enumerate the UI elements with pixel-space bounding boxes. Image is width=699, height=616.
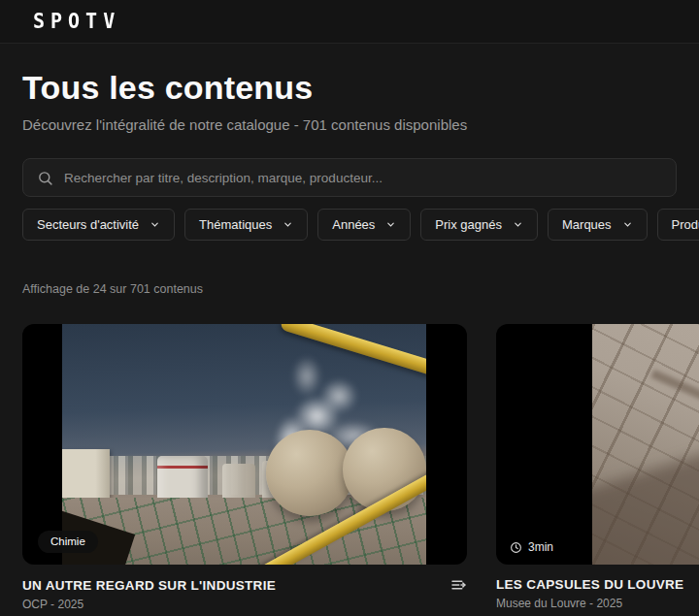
card-meta: OCP - 2025 [22, 598, 467, 612]
search-icon [37, 170, 53, 186]
filter-marques[interactable]: Marques [548, 209, 648, 241]
category-badge: Chimie [38, 531, 98, 554]
page-subtitle: Découvrez l'intégralité de notre catalog… [22, 115, 677, 135]
content-grid: Chimie UN AUTRE REGARD SUR L'INDUSTRIE O… [22, 324, 699, 612]
search-input[interactable] [64, 171, 662, 185]
card-meta: Musee du Louvre - 2025 [496, 597, 699, 611]
main-content: Tous les contenus Découvrez l'intégralit… [0, 68, 699, 612]
card-title[interactable]: LES CAPSULES DU LOUVRE [496, 576, 683, 593]
chevron-down-icon [622, 219, 633, 230]
content-card-louvre[interactable]: 3min LES CAPSULES DU LOUVRE Musee du Lou… [496, 324, 699, 612]
filter-secteurs[interactable]: Secteurs d'activité [22, 209, 175, 241]
search-bar[interactable] [22, 158, 677, 197]
filter-label: Producteurs [672, 217, 699, 232]
clock-icon [510, 541, 522, 554]
duration-label: 3min [528, 540, 553, 554]
industrial-plant-photo [62, 324, 426, 565]
spotv-logo[interactable]: SPOTV [33, 9, 120, 33]
card-title[interactable]: UN AUTRE REGARD SUR L'INDUSTRIE [22, 577, 276, 594]
content-card-industrie[interactable]: Chimie UN AUTRE REGARD SUR L'INDUSTRIE O… [22, 324, 467, 612]
filter-producteurs[interactable]: Producteurs [657, 209, 699, 241]
filter-label: Secteurs d'activité [37, 217, 139, 232]
chevron-down-icon [385, 219, 396, 230]
filter-annees[interactable]: Années [317, 209, 411, 241]
card-thumbnail[interactable]: 3min [496, 324, 699, 565]
chevron-down-icon [283, 219, 293, 230]
filter-prix[interactable]: Prix gagnés [420, 209, 538, 241]
filter-label: Marques [562, 217, 612, 232]
filter-label: Prix gagnés [435, 217, 502, 232]
chevron-down-icon [513, 219, 523, 230]
card-details-icon[interactable] [449, 576, 467, 594]
filters-row: Secteurs d'activité Thématiques Années P… [22, 209, 677, 241]
chevron-down-icon [150, 219, 160, 230]
card-thumbnail[interactable]: Chimie [22, 324, 467, 565]
filter-label: Années [332, 217, 375, 232]
filter-thematiques[interactable]: Thématiques [184, 209, 308, 241]
filter-label: Thématiques [199, 217, 272, 232]
results-count: Affichage de 24 sur 701 contenus [22, 281, 677, 297]
louvre-tiles-photo [592, 324, 699, 565]
top-header: SPOTV [0, 0, 699, 44]
page-title: Tous les contenus [22, 68, 677, 107]
duration-badge: 3min [510, 540, 553, 554]
